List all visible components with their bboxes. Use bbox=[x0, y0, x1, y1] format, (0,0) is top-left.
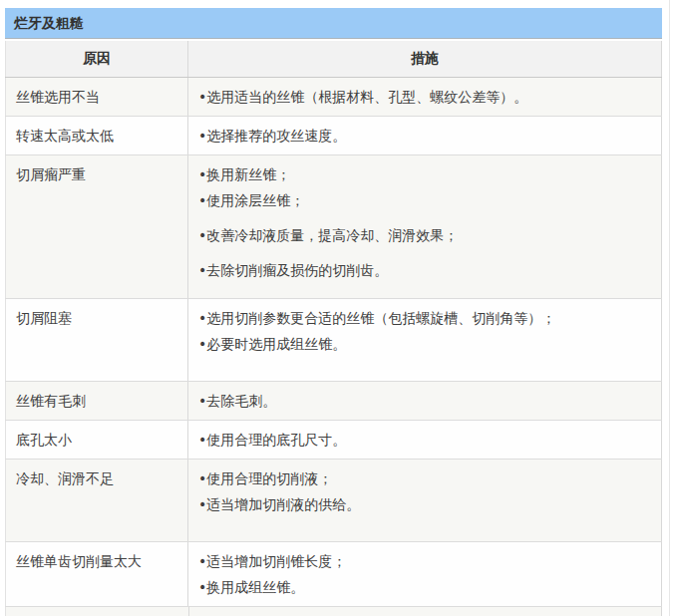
blank-line bbox=[198, 357, 653, 366]
measure-item: •选择推荐的攻丝速度。 bbox=[198, 123, 653, 149]
measure-item: •选用适当的丝锥（根据材料、孔型、螺纹公差等）。 bbox=[198, 84, 653, 110]
table-row: 转速太高或太低 •选择推荐的攻丝速度。 bbox=[6, 117, 662, 155]
measure-item: •改善冷却液质量，提高冷却、润滑效果； bbox=[198, 222, 653, 248]
measure-item: •换用新丝锥； bbox=[198, 161, 653, 187]
blank-line bbox=[198, 248, 653, 257]
next-row-measure-stub bbox=[189, 607, 661, 616]
next-row-cause-stub bbox=[6, 607, 189, 616]
table-body: 丝锥选用不当 •选用适当的丝锥（根据材料、孔型、螺纹公差等）。 转速太高或太低 … bbox=[6, 78, 662, 607]
measure-item: •去除切削瘤及损伤的切削齿。 bbox=[198, 257, 653, 283]
measure-item: •选用切削参数更合适的丝锥（包括螺旋槽、切削角等）； bbox=[198, 305, 653, 331]
measure-item: •必要时选用成组丝锥。 bbox=[198, 331, 653, 357]
blank-line bbox=[198, 283, 653, 292]
table-row: 切屑阻塞 •选用切削参数更合适的丝锥（包括螺旋槽、切削角等）；•必要时选用成组丝… bbox=[6, 299, 662, 382]
measure-item: •适当增加切削锥长度； bbox=[198, 548, 653, 574]
measure-item: •适当增加切削液的供给。 bbox=[198, 491, 653, 517]
measure-item: •使用涂层丝锥； bbox=[198, 187, 653, 213]
measures-cell: •适当增加切削锥长度；•换用成组丝锥。 bbox=[188, 542, 662, 607]
column-header-cause: 原因 bbox=[6, 41, 188, 78]
measures-cell: •选用切削参数更合适的丝锥（包括螺旋槽、切削角等）；•必要时选用成组丝锥。 bbox=[188, 299, 662, 382]
blank-line bbox=[198, 526, 653, 535]
cause-measure-table: 原因 措施 丝锥选用不当 •选用适当的丝锥（根据材料、孔型、螺纹公差等）。 转速… bbox=[5, 41, 662, 607]
table-title: 烂牙及粗糙 bbox=[14, 15, 84, 31]
measures-cell: •使用合理的底孔尺寸。 bbox=[188, 421, 662, 460]
cause-cell: 切屑瘤严重 bbox=[6, 155, 188, 299]
table-row: 底孔太小 •使用合理的底孔尺寸。 bbox=[6, 421, 662, 460]
measure-item: •使用合理的切削液； bbox=[198, 465, 653, 491]
measures-cell: •换用新丝锥；•使用涂层丝锥；•改善冷却液质量，提高冷却、润滑效果；•去除切削瘤… bbox=[188, 155, 662, 299]
blank-line bbox=[198, 213, 653, 222]
table-row: 丝锥单齿切削量太大 •适当增加切削锥长度；•换用成组丝锥。 bbox=[6, 542, 662, 607]
issue-table-panel: 烂牙及粗糙 原因 措施 丝锥选用不当 •选用适当的丝锥（根据材料、孔型、螺纹公差… bbox=[5, 8, 662, 616]
cause-cell: 丝锥单齿切削量太大 bbox=[6, 542, 188, 607]
cause-cell: 冷却、润滑不足 bbox=[6, 460, 188, 542]
cause-cell: 丝锥选用不当 bbox=[6, 78, 188, 117]
table-row: 丝锥选用不当 •选用适当的丝锥（根据材料、孔型、螺纹公差等）。 bbox=[6, 78, 662, 117]
table-header-row: 原因 措施 bbox=[6, 41, 662, 78]
column-header-measure: 措施 bbox=[188, 41, 662, 78]
cause-cell: 底孔太小 bbox=[6, 421, 188, 460]
measure-item: •换用成组丝锥。 bbox=[198, 574, 653, 600]
page-edge-divider bbox=[669, 0, 670, 616]
measure-item: •使用合理的底孔尺寸。 bbox=[198, 427, 653, 453]
measures-cell: •选择推荐的攻丝速度。 bbox=[188, 117, 662, 155]
table-row: 冷却、润滑不足 •使用合理的切削液；•适当增加切削液的供给。 bbox=[6, 460, 662, 542]
cause-cell: 丝锥有毛刺 bbox=[6, 382, 188, 421]
measures-cell: •使用合理的切削液；•适当增加切削液的供给。 bbox=[188, 460, 662, 542]
blank-line bbox=[198, 366, 653, 375]
table-row: 切屑瘤严重 •换用新丝锥；•使用涂层丝锥；•改善冷却液质量，提高冷却、润滑效果；… bbox=[6, 155, 662, 299]
table-row: 丝锥有毛刺 •去除毛刺。 bbox=[6, 382, 662, 421]
measures-cell: •选用适当的丝锥（根据材料、孔型、螺纹公差等）。 bbox=[188, 78, 662, 117]
next-row-partial bbox=[5, 607, 662, 616]
measure-item: •去除毛刺。 bbox=[198, 388, 653, 414]
blank-line bbox=[198, 517, 653, 526]
table-title-bar: 烂牙及粗糙 bbox=[5, 8, 662, 39]
cause-cell: 切屑阻塞 bbox=[6, 299, 188, 382]
measures-cell: •去除毛刺。 bbox=[188, 382, 662, 421]
cause-cell: 转速太高或太低 bbox=[6, 117, 188, 155]
